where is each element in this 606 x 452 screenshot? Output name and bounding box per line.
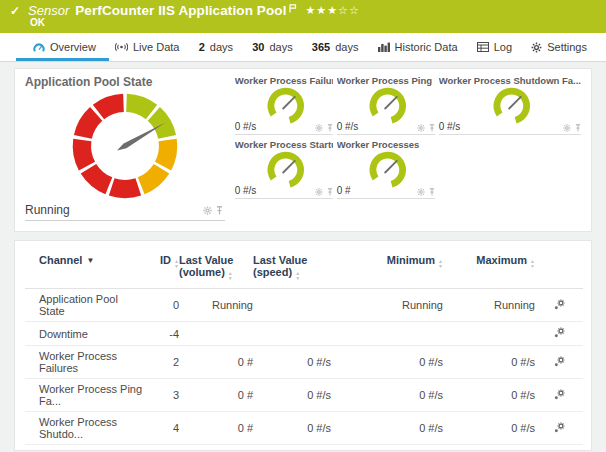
tab-bar: Overview Live Data 2 days 30 days 365 da… (0, 33, 606, 62)
flag-icon[interactable] (289, 0, 297, 17)
sort-icon: ▲▼ (530, 259, 535, 268)
sort-icon: ▲▼ (295, 271, 300, 280)
tab-log[interactable]: Log (474, 33, 515, 61)
sort-icon: ▲▼ (228, 271, 233, 280)
table-row: Application Pool State 0 Running Running… (25, 289, 583, 322)
stars-filled-icon: ★★★ (305, 4, 338, 16)
main-gauge-svg (70, 90, 180, 200)
gauge-value: 0 #/s (439, 121, 461, 132)
channel-name[interactable]: Worker Process Shutdo... (25, 412, 145, 445)
tab-overview-label: Overview (50, 41, 96, 53)
pin-icon[interactable] (429, 188, 435, 196)
gauge-settings-gear-icon[interactable] (563, 124, 571, 132)
column-header-channel[interactable]: Channel▼ (25, 241, 145, 289)
small-gauge-svg (365, 84, 409, 126)
gauge-tile-worker-process-failures[interactable]: Worker Process Failures 0 #/s (235, 75, 333, 135)
channel-name[interactable]: Worker Process Startup... (25, 445, 145, 452)
channel-name[interactable]: Downtime (25, 322, 145, 346)
channel-name[interactable]: Application Pool State (25, 289, 145, 322)
pin-icon[interactable] (575, 124, 581, 132)
tab-historic-data[interactable]: Historic Data (375, 33, 461, 61)
tab-2-days[interactable]: 2 days (196, 33, 236, 61)
channels-table-panel: Channel▼ ID▲▼ Last Value(volume)▲▼ Last … (14, 240, 592, 451)
gauge-settings-gear-icon[interactable] (315, 188, 323, 196)
pin-icon[interactable] (216, 206, 223, 215)
column-header-id[interactable]: ID▲▼ (145, 241, 179, 289)
table-row: Worker Process Shutdo... 4 0 # 0 #/s 0 #… (25, 412, 583, 445)
pin-icon[interactable] (429, 124, 435, 132)
live-broadcast-icon (115, 42, 128, 52)
tab-settings-label: Settings (547, 41, 587, 53)
gauge-value: 0 #/s (235, 185, 257, 196)
gauge-value: 0 #/s (337, 121, 359, 132)
column-header-last-value-speed[interactable]: Last Value(speed)▲▼ (253, 241, 331, 289)
small-gauge-svg (263, 148, 307, 190)
tab-30-days[interactable]: 30 days (249, 33, 296, 61)
channel-settings-gear-icon[interactable] (553, 421, 566, 434)
channel-name[interactable]: Worker Process Failures (25, 346, 145, 379)
tab-log-label: Log (494, 41, 512, 53)
main-gauge-title: Application Pool State (25, 75, 225, 90)
small-gauge-svg (365, 148, 409, 190)
tab-live-data[interactable]: Live Data (112, 33, 182, 61)
column-header-last-value-volume[interactable]: Last Value(volume)▲▼ (179, 241, 253, 289)
sort-icon: ▲▼ (438, 259, 443, 268)
channel-settings-gear-icon[interactable] (553, 355, 566, 368)
gauge-value: 0 # (337, 185, 351, 196)
column-header-maximum[interactable]: Maximum▲▼ (443, 241, 535, 289)
caret-down-icon: ▼ (86, 256, 94, 265)
column-header-minimum[interactable]: Minimum▲▼ (331, 241, 443, 289)
small-gauge-svg (490, 84, 534, 126)
sensor-title: PerfCounter IIS Application Pool (75, 3, 286, 18)
gear-icon (531, 42, 542, 53)
gauge-tile-worker-process-ping-failures[interactable]: Worker Process Ping Failures 0 #/s (337, 75, 435, 135)
status-ok-check-icon: ✓ (10, 4, 20, 18)
overview-content: Application Pool State Running Wor (0, 62, 606, 451)
tab-historic-data-label: Historic Data (395, 41, 458, 53)
small-gauges-grid: Worker Process Failures 0 #/s Worker Pro… (235, 75, 581, 225)
gauge-settings-gear-icon[interactable] (315, 124, 323, 132)
main-gauge-value: Running (25, 203, 70, 217)
column-header-actions (535, 241, 583, 289)
gauge-icon (33, 42, 45, 53)
tab-365-days[interactable]: 365 days (309, 33, 362, 61)
sensor-kind-label: Sensor (28, 3, 69, 18)
channel-settings-gear-icon[interactable] (553, 326, 566, 339)
table-row: Worker Process Startup... 5 0 # 0 #/s 0 … (25, 445, 583, 452)
gauge-settings-gear-icon[interactable] (417, 188, 425, 196)
table-row: Downtime -4 (25, 322, 583, 346)
main-gauge-tile[interactable]: Application Pool State Running (25, 75, 225, 225)
bar-chart-icon (378, 42, 390, 52)
small-gauge-svg (263, 84, 307, 126)
gauge-tile-worker-processes[interactable]: Worker Processes 0 # (337, 139, 435, 199)
table-row: Worker Process Failures 2 0 # 0 #/s 0 #/… (25, 346, 583, 379)
gauge-tile-worker-process-startup-failures[interactable]: Worker Process Startup Failu... 0 #/s (235, 139, 333, 199)
gauge-value: 0 #/s (235, 121, 257, 132)
channel-name[interactable]: Worker Process Ping Fa... (25, 379, 145, 412)
priority-stars[interactable]: ★★★☆☆ (305, 4, 359, 17)
channel-settings-gear-icon[interactable] (553, 388, 566, 401)
log-table-icon (477, 42, 489, 52)
pin-icon[interactable] (327, 188, 333, 196)
pin-icon[interactable] (327, 124, 333, 132)
gauge-tile-worker-process-shutdown-failures[interactable]: Worker Process Shutdown Fa... 0 #/s (439, 75, 581, 135)
gauges-panel: Application Pool State Running Wor (14, 68, 592, 232)
table-row: Worker Process Ping Fa... 3 0 # 0 #/s 0 … (25, 379, 583, 412)
tab-live-data-label: Live Data (133, 41, 179, 53)
sensor-status-text: OK (30, 17, 596, 28)
stars-empty-icon: ☆☆ (338, 4, 360, 16)
tab-overview[interactable]: Overview (30, 33, 99, 61)
tab-settings[interactable]: Settings (528, 33, 590, 61)
channels-table: Channel▼ ID▲▼ Last Value(volume)▲▼ Last … (25, 241, 583, 451)
sensor-header: ✓ Sensor PerfCounter IIS Application Poo… (0, 0, 606, 33)
gauge-settings-gear-icon[interactable] (203, 206, 212, 215)
gauge-settings-gear-icon[interactable] (417, 124, 425, 132)
channel-settings-gear-icon[interactable] (553, 298, 566, 311)
